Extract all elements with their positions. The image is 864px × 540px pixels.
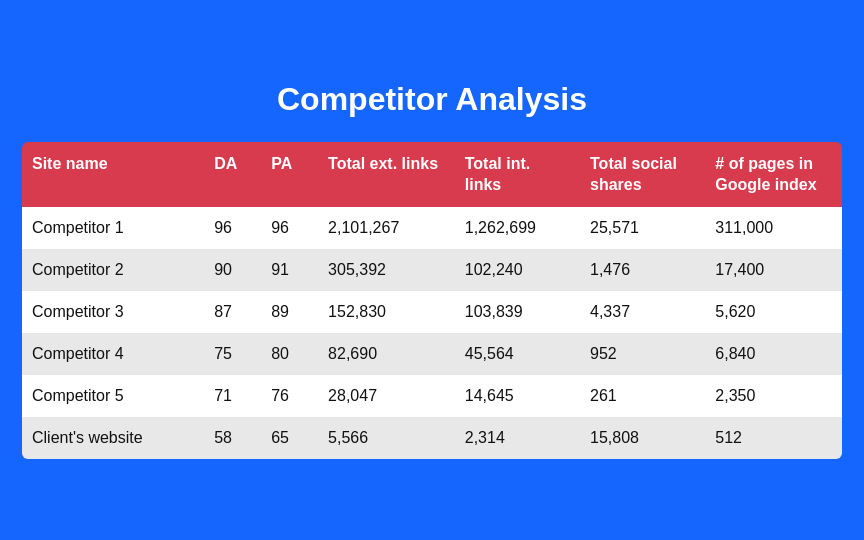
cell-da: 87 — [204, 291, 261, 333]
cell-pa: 96 — [261, 207, 318, 249]
page-title: Competitor Analysis — [277, 81, 587, 118]
cell-social: 952 — [580, 333, 705, 375]
col-header-int: Total int. links — [455, 142, 580, 208]
cell-int: 2,314 — [455, 417, 580, 459]
cell-social: 261 — [580, 375, 705, 417]
cell-ext: 305,392 — [318, 249, 455, 291]
cell-ext: 82,690 — [318, 333, 455, 375]
col-header-ext: Total ext. links — [318, 142, 455, 208]
cell-google: 17,400 — [705, 249, 842, 291]
competitor-table: Site nameDAPATotal ext. linksTotal int. … — [22, 142, 842, 460]
table-row: Competitor 5717628,04714,6452612,350 — [22, 375, 842, 417]
cell-google: 6,840 — [705, 333, 842, 375]
cell-site: Competitor 5 — [22, 375, 204, 417]
cell-int: 103,839 — [455, 291, 580, 333]
col-header-pa: PA — [261, 142, 318, 208]
table-row: Competitor 4758082,69045,5649526,840 — [22, 333, 842, 375]
cell-site: Competitor 1 — [22, 207, 204, 249]
cell-ext: 5,566 — [318, 417, 455, 459]
cell-google: 5,620 — [705, 291, 842, 333]
cell-int: 45,564 — [455, 333, 580, 375]
table-row: Client's website58655,5662,31415,808512 — [22, 417, 842, 459]
cell-social: 4,337 — [580, 291, 705, 333]
cell-site: Competitor 3 — [22, 291, 204, 333]
cell-int: 1,262,699 — [455, 207, 580, 249]
cell-ext: 152,830 — [318, 291, 455, 333]
cell-social: 15,808 — [580, 417, 705, 459]
col-header-da: DA — [204, 142, 261, 208]
cell-site: Competitor 4 — [22, 333, 204, 375]
cell-da: 58 — [204, 417, 261, 459]
table-row: Competitor 29091305,392102,2401,47617,40… — [22, 249, 842, 291]
col-header-site: Site name — [22, 142, 204, 208]
cell-pa: 91 — [261, 249, 318, 291]
cell-ext: 2,101,267 — [318, 207, 455, 249]
table-row: Competitor 38789152,830103,8394,3375,620 — [22, 291, 842, 333]
cell-da: 90 — [204, 249, 261, 291]
cell-int: 14,645 — [455, 375, 580, 417]
cell-site: Competitor 2 — [22, 249, 204, 291]
table-body: Competitor 196962,101,2671,262,69925,571… — [22, 207, 842, 459]
col-header-google: # of pages in Google index — [705, 142, 842, 208]
cell-google: 512 — [705, 417, 842, 459]
cell-social: 1,476 — [580, 249, 705, 291]
cell-ext: 28,047 — [318, 375, 455, 417]
cell-pa: 89 — [261, 291, 318, 333]
cell-int: 102,240 — [455, 249, 580, 291]
cell-da: 96 — [204, 207, 261, 249]
cell-google: 311,000 — [705, 207, 842, 249]
cell-da: 75 — [204, 333, 261, 375]
col-header-social: Total social shares — [580, 142, 705, 208]
cell-pa: 76 — [261, 375, 318, 417]
cell-pa: 80 — [261, 333, 318, 375]
cell-pa: 65 — [261, 417, 318, 459]
cell-google: 2,350 — [705, 375, 842, 417]
cell-social: 25,571 — [580, 207, 705, 249]
table-header: Site nameDAPATotal ext. linksTotal int. … — [22, 142, 842, 208]
cell-site: Client's website — [22, 417, 204, 459]
table-row: Competitor 196962,101,2671,262,69925,571… — [22, 207, 842, 249]
cell-da: 71 — [204, 375, 261, 417]
